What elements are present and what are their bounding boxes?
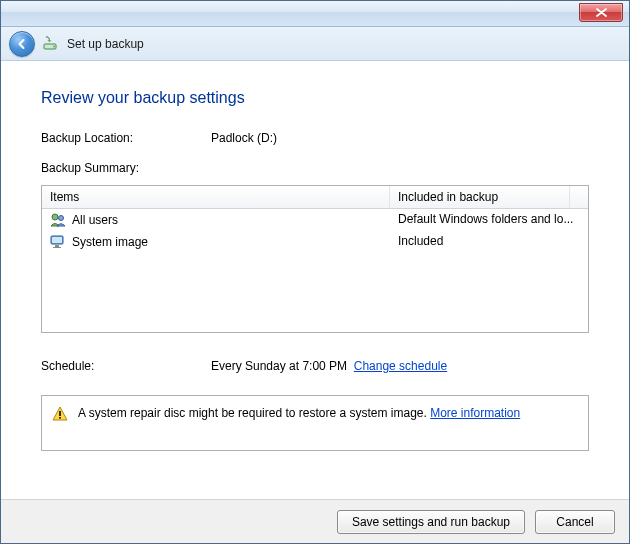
warning-text-container: A system repair disc might be required t… bbox=[78, 406, 520, 420]
navbar: Set up backup bbox=[1, 27, 629, 61]
backup-location-label: Backup Location: bbox=[41, 131, 211, 145]
svg-rect-8 bbox=[59, 411, 61, 416]
row-item-label: System image bbox=[72, 235, 148, 249]
row-included-value: Included bbox=[390, 231, 588, 253]
column-header-included[interactable]: Included in backup bbox=[390, 186, 570, 208]
backup-summary-label: Backup Summary: bbox=[41, 161, 589, 175]
nav-title: Set up backup bbox=[67, 37, 144, 51]
schedule-value: Every Sunday at 7:00 PM bbox=[211, 359, 347, 373]
svg-rect-6 bbox=[55, 245, 59, 247]
table-row: All users Default Windows folders and lo… bbox=[42, 209, 588, 231]
close-icon bbox=[596, 8, 607, 17]
titlebar bbox=[1, 1, 629, 27]
users-icon bbox=[50, 212, 66, 228]
svg-point-2 bbox=[52, 214, 58, 220]
cancel-button[interactable]: Cancel bbox=[535, 510, 615, 534]
save-and-run-button[interactable]: Save settings and run backup bbox=[337, 510, 525, 534]
row-included-value: Default Windows folders and lo... bbox=[390, 209, 588, 231]
svg-point-3 bbox=[59, 216, 64, 221]
warning-panel: A system repair disc might be required t… bbox=[41, 395, 589, 451]
schedule-row: Schedule: Every Sunday at 7:00 PM Change… bbox=[41, 359, 589, 373]
more-information-link[interactable]: More information bbox=[430, 406, 520, 420]
table-row: System image Included bbox=[42, 231, 588, 253]
schedule-label: Schedule: bbox=[41, 359, 211, 373]
row-item-label: All users bbox=[72, 213, 118, 227]
back-button[interactable] bbox=[9, 31, 35, 57]
content-area: Review your backup settings Backup Locat… bbox=[1, 61, 629, 499]
backup-drive-icon bbox=[43, 36, 59, 52]
back-arrow-icon bbox=[15, 37, 29, 51]
svg-point-1 bbox=[53, 45, 55, 47]
backup-location-value: Padlock (D:) bbox=[211, 131, 277, 145]
warning-text: A system repair disc might be required t… bbox=[78, 406, 427, 420]
summary-table: Items Included in backup All users Defau… bbox=[41, 185, 589, 333]
change-schedule-link[interactable]: Change schedule bbox=[354, 359, 447, 373]
monitor-icon bbox=[50, 234, 66, 250]
column-header-spacer bbox=[570, 186, 588, 208]
backup-location-row: Backup Location: Padlock (D:) bbox=[41, 131, 589, 145]
warning-icon bbox=[52, 406, 68, 422]
column-header-items[interactable]: Items bbox=[42, 186, 390, 208]
page-title: Review your backup settings bbox=[41, 89, 589, 107]
close-button[interactable] bbox=[579, 3, 623, 22]
svg-rect-5 bbox=[52, 237, 62, 243]
table-header-row: Items Included in backup bbox=[42, 186, 588, 209]
svg-rect-9 bbox=[59, 417, 61, 419]
footer: Save settings and run backup Cancel bbox=[1, 499, 629, 543]
svg-rect-7 bbox=[53, 247, 61, 248]
